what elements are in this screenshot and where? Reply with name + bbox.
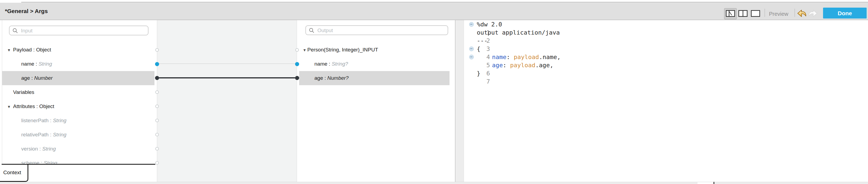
view-toggle-group: [724, 8, 762, 19]
tree-row-name[interactable]: name : String: [2, 57, 154, 71]
collapse-caret-icon[interactable]: ▼: [303, 43, 307, 57]
port-input-age[interactable]: [155, 76, 159, 80]
input-tree: ▼ Payload : Object name : String age : N…: [2, 43, 154, 170]
single-pane-view-icon: [751, 10, 760, 18]
fold-marker-icon[interactable]: [469, 22, 474, 27]
fold-marker-icon[interactable]: [469, 55, 474, 59]
mapping-line-name[interactable]: [159, 64, 295, 64]
output-search-box: [305, 25, 448, 35]
done-button[interactable]: Done: [823, 8, 867, 19]
two-column-view-icon: [738, 10, 748, 18]
toolbar-separator: [795, 9, 795, 17]
preview-button[interactable]: Preview: [766, 5, 791, 22]
undo-icon: [797, 14, 807, 19]
fold-marker-icon[interactable]: [469, 46, 474, 51]
port-input-attributes[interactable]: [155, 105, 159, 108]
code-line[interactable]: 3 ---: [464, 37, 867, 45]
breadcrumb: *General > Args: [5, 3, 48, 20]
port-input-listenerpath[interactable]: [155, 119, 159, 122]
editor-annotation-ruler: [456, 20, 464, 182]
code-line[interactable]: 1 %dw 2.0: [464, 21, 867, 29]
search-icon: [12, 28, 18, 34]
mapping-canvas: [157, 20, 297, 182]
header-bar: *General > Args: [0, 3, 868, 20]
horizontal-scrollbar-thumb[interactable]: [698, 182, 713, 184]
horizontal-scrollbar-track[interactable]: [0, 182, 868, 184]
port-input-version[interactable]: [155, 147, 159, 150]
output-tree: ▼ Person(String, Integer)_INPUT name : S…: [299, 43, 450, 85]
tree-row-listenerpath[interactable]: listenerPath : String: [2, 113, 154, 128]
redo-button[interactable]: [808, 8, 818, 18]
tree-row-age-selected[interactable]: age : Number: [2, 71, 154, 85]
input-search-box: [9, 26, 149, 35]
port-output-age[interactable]: [295, 76, 299, 80]
output-search-input[interactable]: [317, 26, 447, 35]
tree-row-variables[interactable]: Variables: [2, 85, 154, 99]
code-line[interactable]: 4 {: [464, 45, 867, 53]
context-section-divider[interactable]: [2, 164, 155, 165]
single-pane-view-button[interactable]: [749, 8, 762, 19]
port-input-name[interactable]: [155, 62, 159, 66]
port-input-scheme[interactable]: [155, 161, 159, 165]
toolbar-separator: [765, 9, 765, 17]
port-input-variables[interactable]: [155, 90, 159, 94]
transform-message-editor: *General > Args: [0, 0, 868, 184]
port-output-name[interactable]: [295, 62, 299, 66]
search-icon: [309, 28, 315, 34]
code-line[interactable]: 2 output application/java: [464, 29, 867, 37]
port-input-relativepath[interactable]: [155, 133, 159, 136]
tree-row-attributes[interactable]: ▼ Attributes : Object: [2, 99, 154, 113]
code-line[interactable]: 6 age: payload.age,: [464, 61, 867, 69]
code-line[interactable]: 5 name: payload.name,: [464, 53, 867, 61]
port-input-payload[interactable]: [155, 48, 159, 52]
mapping-line-age-selected[interactable]: [159, 77, 295, 78]
input-search-input[interactable]: [21, 26, 147, 35]
editor-divider[interactable]: [455, 20, 456, 182]
mapping-split-view-button[interactable]: [724, 8, 737, 19]
context-tab[interactable]: Context: [0, 165, 28, 182]
undo-button[interactable]: [797, 8, 807, 18]
redo-icon: [808, 14, 818, 19]
tree-row-person[interactable]: ▼ Person(String, Integer)_INPUT: [299, 43, 450, 57]
code-line[interactable]: 7 }: [464, 69, 867, 78]
tree-row-version[interactable]: version : String: [2, 142, 154, 156]
port-output-person[interactable]: [295, 48, 299, 52]
tree-row-out-name[interactable]: name : String?: [299, 57, 450, 71]
mapping-split-view-icon: [726, 10, 735, 18]
window-top-divider: [21, 2, 868, 2]
collapse-caret-icon[interactable]: ▼: [7, 100, 11, 114]
tree-row-out-age-selected[interactable]: age : Number?: [299, 71, 450, 85]
tree-row-payload[interactable]: ▼ Payload : Object: [2, 43, 154, 57]
two-column-view-button[interactable]: [737, 8, 749, 19]
collapse-caret-icon[interactable]: ▼: [7, 43, 11, 57]
scrollbar-position-marker: [714, 182, 714, 184]
dataweave-script-editor[interactable]: 1 %dw 2.0 2 output application/java 3 --…: [464, 21, 867, 78]
tree-row-relativepath[interactable]: relativePath : String: [2, 128, 154, 142]
